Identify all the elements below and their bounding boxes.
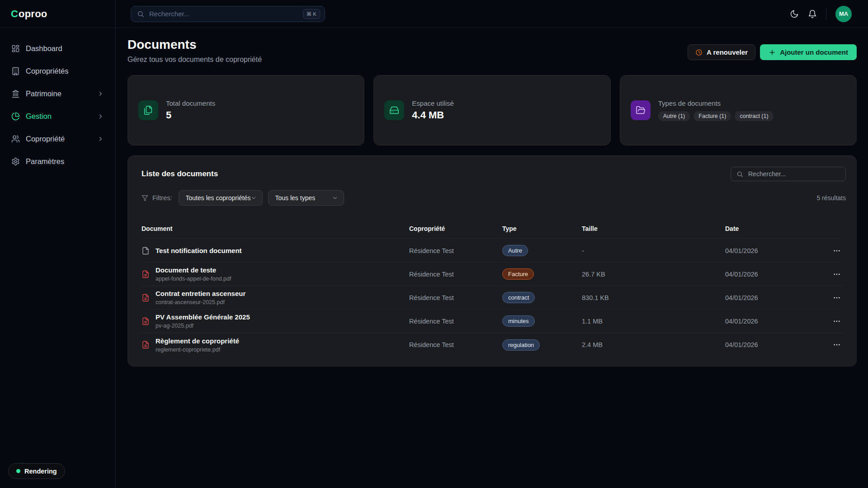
building-icon (11, 67, 20, 75)
folder-open-icon (631, 100, 651, 120)
pdf-icon (142, 270, 150, 278)
stat-value: 4.4 MB (412, 109, 454, 121)
ellipsis-icon (833, 247, 841, 255)
sidebar-item-gestion[interactable]: Gestion (5, 107, 110, 125)
copro-filter-select[interactable]: Toutes les copropriétés (179, 190, 263, 206)
stat-label: Espace utilisé (412, 99, 454, 107)
sidebar-logo-area: Coproo (0, 0, 115, 28)
filters-row: Filtres: Toutes les copropriétés Tous le… (128, 190, 856, 206)
user-avatar[interactable]: MA (835, 6, 852, 22)
notifications-button[interactable] (808, 9, 817, 19)
list-search[interactable] (731, 167, 846, 181)
sidebar-item-parametres[interactable]: Paramètres (5, 152, 110, 170)
add-document-button[interactable]: Ajouter un document (760, 44, 857, 60)
dark-mode-toggle[interactable] (790, 9, 799, 19)
landmark-icon (11, 89, 20, 98)
status-label: Rendering (24, 468, 57, 475)
pie-icon (11, 112, 20, 121)
global-search-input[interactable] (148, 9, 299, 18)
sidebar-item-copropriete[interactable]: Copropriété (5, 130, 110, 148)
list-title: Liste des documents (142, 169, 218, 178)
row-actions-button[interactable] (831, 292, 843, 304)
pdf-file-icon (142, 341, 150, 349)
row-actions-button[interactable] (831, 339, 843, 351)
pdf-file-icon (142, 270, 150, 278)
sidebar-nav: DashboardCopropriétésPatrimoineGestionCo… (0, 28, 115, 182)
document-name: Document de teste (156, 266, 231, 274)
renew-button-label: A renouveler (707, 48, 748, 56)
logo-text: oproo (19, 8, 47, 19)
sidebar-item-patrimoine[interactable]: Patrimoine (5, 84, 110, 103)
stats-row: Total documents 5 Espace utilisé 4.4 MB (127, 75, 857, 145)
sidebar-item-coproprietes[interactable]: Copropriétés (5, 62, 110, 80)
type-badge: Autre (502, 245, 528, 256)
logo-accent-letter: C (11, 8, 18, 19)
plus-icon (769, 49, 776, 56)
page-subtitle: Gérez tous vos documents de copropriété (127, 55, 262, 64)
type-filter-select[interactable]: Tous les types (268, 190, 344, 206)
actions-cell (815, 292, 843, 304)
row-actions-button[interactable] (831, 268, 843, 280)
sidebar-item-label: Copropriété (26, 135, 65, 143)
filter-icon (142, 195, 148, 202)
copropriete-cell: Résidence Test (409, 271, 502, 278)
bell-icon (808, 9, 817, 19)
sidebar-item-label: Patrimoine (26, 89, 61, 98)
list-search-input[interactable] (747, 170, 840, 178)
sidebar-footer: MA Admin Coproo Pro Rendering (0, 461, 115, 479)
chevron-right-icon (97, 113, 104, 120)
header-actions: MA (790, 6, 852, 22)
date-cell: 04/01/2026 (725, 341, 815, 348)
table-row[interactable]: Document de testeappel-fonds-appel-de-fo… (142, 263, 843, 286)
row-actions-button[interactable] (831, 245, 843, 257)
table-row[interactable]: Règlement de copropriétéreglement-coprop… (142, 333, 843, 357)
document-cell: Contrat entretien ascenseurcontrat-ascen… (142, 290, 409, 305)
stat-card-space-used: Espace utilisé 4.4 MB (373, 75, 610, 145)
pie-icon (11, 112, 20, 121)
dashboard-icon (11, 44, 20, 53)
main-area: ⌘ K MA Documents Gérez tous vos document… (116, 0, 868, 488)
chevron-right-icon (97, 90, 104, 97)
pdf-icon (142, 317, 150, 325)
type-cell: Facture (502, 268, 582, 280)
chevron-down-icon (250, 195, 257, 201)
table-row[interactable]: Contrat entretien ascenseurcontrat-ascen… (142, 286, 843, 310)
file-icon (142, 247, 150, 255)
global-search[interactable]: ⌘ K (131, 6, 325, 22)
size-cell: 2.4 MB (582, 341, 725, 348)
shortcut-badge: ⌘ K (303, 9, 320, 19)
renew-button[interactable]: A renouveler (688, 44, 755, 60)
copropriete-cell: Résidence Test (409, 318, 502, 325)
chevR-icon (97, 136, 104, 142)
column-header: Document (142, 225, 409, 232)
document-cell: Règlement de copropriétéreglement-coprop… (142, 337, 409, 353)
document-filename: contrat-ascenseur-2025.pdf (156, 299, 245, 305)
header-divider (826, 8, 826, 20)
document-filename: reglement-copropriete.pdf (156, 347, 239, 353)
type-filter-value: Tous les types (275, 194, 316, 202)
copropriete-cell: Résidence Test (409, 294, 502, 301)
file-icon (142, 247, 150, 255)
stat-label: Total documents (166, 99, 215, 107)
users-icon (11, 135, 20, 143)
actions-cell (815, 268, 843, 280)
type-badge: regulation (502, 339, 540, 351)
date-cell: 04/01/2026 (725, 271, 815, 278)
document-name: Règlement de copropriété (156, 337, 239, 345)
gear-icon (11, 157, 20, 166)
document-name: PV Assemblée Générale 2025 (156, 313, 250, 321)
type-cell: Autre (502, 245, 582, 256)
sidebar-item-dashboard[interactable]: Dashboard (5, 39, 110, 57)
table-row[interactable]: PV Assemblée Générale 2025pv-ag-2025.pdf… (142, 310, 843, 333)
type-badge: Facture (502, 268, 534, 280)
document-cell: Test notification document (142, 247, 409, 255)
actions-cell (815, 245, 843, 257)
pdf-file-icon (142, 317, 150, 325)
document-name: Test notification document (156, 247, 242, 255)
results-count: 5 résultats (816, 194, 846, 202)
row-actions-button[interactable] (831, 315, 843, 327)
table-row[interactable]: Test notification documentRésidence Test… (142, 239, 843, 263)
table-header-row: Document Copropriété Type Taille Date (142, 206, 843, 239)
column-header: Taille (582, 225, 725, 232)
type-badge: minutes (502, 315, 535, 327)
